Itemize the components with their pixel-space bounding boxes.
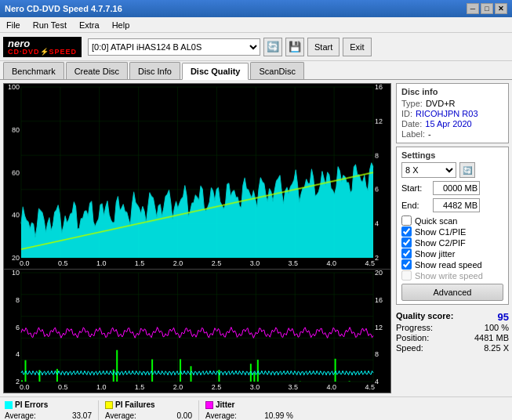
drive-select[interactable]: [0:0] ATAPI iHAS124 B AL0S: [88, 38, 260, 56]
menu-help[interactable]: Help: [109, 20, 133, 31]
chart-bottom: 0.0 0.5 1.0 1.5 2.0 2.5 3.0 3.5 4.0 4.5: [4, 270, 390, 393]
id-label: ID:: [401, 109, 412, 118]
menu-extra[interactable]: Extra: [76, 20, 103, 31]
pi-errors-title: PI Errors: [15, 400, 48, 409]
c2pif-label: Show C2/PIF: [415, 238, 466, 248]
pi-failures-avg-value: 0.00: [153, 411, 192, 420]
tab-disc-info[interactable]: Disc Info: [129, 62, 180, 79]
close-button[interactable]: ✕: [495, 3, 507, 14]
pi-errors-avg: Average: 33.07: [5, 411, 92, 420]
speed-value: 8.25 X: [484, 343, 509, 353]
quality-score-row: Quality score: 95: [396, 311, 509, 323]
pi-errors-group: PI Errors Average: 33.07 Maximum: 66 Tot…: [5, 400, 99, 420]
title-bar: Nero CD-DVD Speed 4.7.7.16 ─ □ ✕: [0, 0, 512, 17]
progress-row: Progress: 100 %: [396, 323, 509, 332]
disc-info-section: Disc info Type: DVD+R ID: RICOHJPN R03 D…: [396, 83, 509, 143]
start-input[interactable]: [433, 181, 480, 195]
chart-top: 0.0 0.5 1.0 1.5 2.0 2.5 3.0 3.5 4.0 4.5: [4, 84, 390, 270]
refresh-icon[interactable]: 🔄: [263, 38, 282, 56]
maximize-button[interactable]: □: [481, 3, 493, 14]
jitter-header: Jitter: [205, 400, 293, 409]
jitter-row: Show jitter: [401, 248, 503, 259]
read-speed-row: Show read speed: [401, 259, 503, 270]
save-icon[interactable]: 💾: [285, 38, 304, 56]
side-panel: Disc info Type: DVD+R ID: RICOHJPN R03 D…: [393, 80, 512, 396]
quick-scan-checkbox[interactable]: [401, 215, 412, 226]
jitter-checkbox[interactable]: [401, 248, 412, 259]
start-button[interactable]: Start: [307, 38, 340, 56]
pi-failures-header: PI Failures: [105, 400, 192, 409]
disc-info-title: Disc info: [401, 87, 503, 96]
jitter-avg-label: Average:: [205, 411, 237, 420]
jitter-title: Jitter: [216, 400, 234, 409]
write-speed-checkbox[interactable]: [401, 270, 412, 281]
charts-area: 0.0 0.5 1.0 1.5 2.0 2.5 3.0 3.5 4.0 4.5 …: [3, 83, 391, 393]
top-chart-x-axis: 0.0 0.5 1.0 1.5 2.0 2.5 3.0 3.5 4.0 4.5: [20, 259, 375, 267]
speed-row: Speed: 8.25 X: [396, 343, 509, 353]
speed-label: Speed:: [396, 343, 423, 353]
tab-create-disc[interactable]: Create Disc: [66, 62, 128, 79]
start-label: Start:: [401, 183, 430, 193]
pi-failures-dot: [105, 401, 113, 409]
pi-failures-title: PI Failures: [115, 400, 155, 409]
date-label: Date:: [401, 119, 422, 129]
jitter-avg: Average: 10.99 %: [205, 411, 293, 420]
quality-score-label: Quality score:: [396, 311, 453, 323]
type-value: DVD+R: [426, 99, 456, 108]
menu-run-test[interactable]: Run Test: [30, 20, 70, 31]
disc-date-row: Date: 15 Apr 2020: [401, 119, 503, 129]
stats-bar: PI Errors Average: 33.07 Maximum: 66 Tot…: [0, 396, 512, 420]
menu-file[interactable]: File: [3, 20, 24, 31]
progress-value: 100 %: [485, 323, 509, 332]
pi-failures-avg: Average: 0.00: [105, 411, 192, 420]
write-speed-label: Show write speed: [415, 271, 483, 281]
end-input[interactable]: [433, 198, 480, 212]
jitter-group: Jitter Average: 10.99 % Maximum: 12.2 % …: [205, 400, 300, 420]
bottom-chart-x-axis: 0.0 0.5 1.0 1.5 2.0 2.5 3.0 3.5 4.0 4.5: [20, 383, 375, 391]
pi-errors-dot: [5, 401, 13, 409]
tab-benchmark[interactable]: Benchmark: [3, 62, 64, 79]
exit-button[interactable]: Exit: [343, 38, 371, 56]
jitter-avg-value: 10.99 %: [254, 411, 293, 420]
id-value: RICOHJPN R03: [416, 109, 478, 118]
pi-failures-avg-label: Average:: [105, 411, 136, 420]
c2pif-row: Show C2/PIF: [401, 237, 503, 248]
c2pif-checkbox[interactable]: [401, 237, 412, 248]
read-speed-checkbox[interactable]: [401, 259, 412, 270]
progress-label: Progress:: [396, 323, 433, 332]
nero-logo: neroCD·DVD⚡SPEED: [3, 37, 82, 57]
position-row: Position: 4481 MB: [396, 333, 509, 342]
type-label: Type:: [401, 99, 423, 108]
disc-label-row: Label: -: [401, 129, 503, 139]
disc-id-row: ID: RICOHJPN R03: [401, 109, 503, 118]
speed-select[interactable]: 8 XMax4 X: [401, 162, 456, 178]
c1pie-checkbox[interactable]: [401, 226, 412, 237]
bottom-chart-canvas: [4, 270, 390, 393]
position-label: Position:: [396, 333, 429, 342]
label-label: Label:: [401, 129, 425, 139]
pi-errors-avg-label: Average:: [5, 411, 36, 420]
progress-section: Progress: 100 % Position: 4481 MB Speed:…: [396, 323, 509, 353]
settings-section: Settings 8 XMax4 X 🔄 Start: End: Quick s…: [396, 147, 509, 305]
position-value: 4481 MB: [474, 333, 509, 342]
speed-row: 8 XMax4 X 🔄: [401, 162, 503, 178]
c1pie-row: Show C1/PIE: [401, 226, 503, 237]
write-speed-row: Show write speed: [401, 270, 503, 281]
refresh-settings-icon[interactable]: 🔄: [459, 162, 475, 178]
pi-errors-header: PI Errors: [5, 400, 92, 409]
quality-score-value: 95: [498, 311, 509, 323]
advanced-button[interactable]: Advanced: [401, 284, 503, 301]
tab-scan-disc[interactable]: ScanDisc: [250, 62, 303, 79]
date-value: 15 Apr 2020: [425, 119, 471, 129]
menu-bar: File Run Test Extra Help: [0, 17, 512, 33]
settings-title: Settings: [401, 150, 503, 160]
pi-failures-group: PI Failures Average: 0.00 Maximum: 2 Tot…: [105, 400, 199, 420]
main-content: 0.0 0.5 1.0 1.5 2.0 2.5 3.0 3.5 4.0 4.5 …: [0, 80, 512, 396]
pi-errors-avg-value: 33.07: [53, 411, 92, 420]
tab-disc-quality[interactable]: Disc Quality: [182, 63, 249, 80]
jitter-label: Show jitter: [415, 249, 455, 259]
start-row: Start:: [401, 181, 503, 195]
app-title: Nero CD-DVD Speed 4.7.7.16: [5, 4, 122, 13]
read-speed-label: Show read speed: [415, 260, 482, 270]
minimize-button[interactable]: ─: [467, 3, 479, 14]
